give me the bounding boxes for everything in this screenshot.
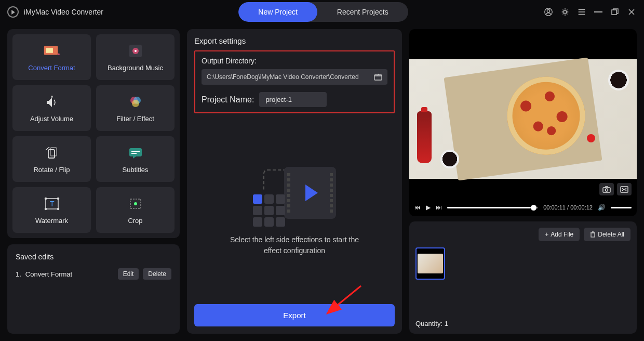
- file-thumbnail[interactable]: [415, 247, 445, 280]
- svg-rect-16: [129, 148, 142, 156]
- watermark-icon: T: [42, 196, 62, 212]
- svg-point-30: [606, 189, 608, 191]
- export-settings-highlight: Output Directory: C:\Users\FoneDog\iMyMa…: [194, 50, 395, 113]
- svg-point-23: [45, 208, 46, 209]
- output-directory-path: C:\Users\FoneDog\iMyMac Video Converter\…: [207, 73, 359, 81]
- project-name-input[interactable]: project-1: [259, 92, 327, 107]
- export-title: Export settings: [194, 36, 395, 45]
- window-controls: [543, 7, 637, 17]
- preview-frame: [409, 59, 637, 179]
- delete-all-button[interactable]: Delete All: [584, 228, 630, 241]
- annotation-arrow-icon: [319, 283, 366, 320]
- svg-rect-32: [591, 233, 595, 237]
- svg-point-26: [134, 202, 137, 205]
- svg-point-22: [57, 198, 59, 199]
- fullscreen-icon[interactable]: [617, 183, 632, 195]
- effect-label: Watermark: [35, 217, 68, 225]
- crop-icon: [126, 196, 145, 212]
- effect-convert-format[interactable]: ✦ Convert Format: [12, 34, 91, 80]
- svg-rect-5: [46, 48, 52, 53]
- svg-point-2: [564, 10, 566, 13]
- effect-label: Filter / Effect: [116, 115, 154, 123]
- quantity-display: Quantity: 1: [415, 320, 630, 327]
- maximize-icon[interactable]: [610, 7, 620, 17]
- saved-edit-number: 1.: [16, 270, 21, 278]
- effect-filter-effect[interactable]: Filter / Effect: [96, 85, 175, 131]
- rotate-flip-icon: [42, 145, 62, 161]
- export-panel: Export settings Output Directory: C:\Use…: [187, 29, 402, 334]
- main-tabs: New Project Recent Projects: [238, 2, 408, 22]
- svg-point-9: [135, 50, 137, 52]
- effect-watermark[interactable]: T Watermark: [12, 187, 91, 233]
- saved-edits-title: Saved edits: [16, 253, 171, 261]
- svg-point-21: [45, 198, 46, 199]
- project-name-label: Project Name:: [202, 95, 254, 104]
- effect-label: Background Music: [108, 64, 163, 72]
- saved-edit-row: 1. Convert Format Edit Delete: [16, 268, 171, 280]
- convert-format-icon: ✦: [42, 43, 62, 59]
- svg-rect-17: [131, 151, 140, 152]
- edit-button[interactable]: Edit: [118, 268, 139, 280]
- playback-controls: ⏮ ▶ ⏭ 00:00:11 / 00:00:12 🔊: [409, 199, 637, 216]
- video-preview: ⏮ ▶ ⏭ 00:00:11 / 00:00:12 🔊: [409, 29, 637, 216]
- svg-point-24: [57, 208, 59, 209]
- helper-text: Select the left side effections to start…: [230, 234, 359, 256]
- svg-text:T: T: [50, 200, 55, 208]
- svg-point-1: [547, 10, 549, 12]
- app-title: iMyMac Video Converter: [24, 8, 103, 16]
- app-logo-icon: [7, 6, 19, 18]
- effect-crop[interactable]: Crop: [96, 187, 175, 233]
- browse-folder-icon[interactable]: [374, 73, 382, 81]
- effect-background-music[interactable]: Background Music: [96, 34, 175, 80]
- output-directory-label: Output Directory:: [202, 57, 387, 65]
- titlebar: iMyMac Video Converter New Project Recen…: [0, 0, 644, 24]
- volume-icon[interactable]: 🔊: [598, 204, 606, 211]
- timeline-slider[interactable]: [447, 207, 538, 208]
- tab-recent-projects[interactable]: Recent Projects: [317, 2, 408, 22]
- background-music-icon: [126, 43, 145, 59]
- saved-edits-panel: Saved edits 1. Convert Format Edit Delet…: [7, 244, 180, 334]
- effects-panel: ✦ Convert Format Background Music Adjust…: [7, 29, 180, 238]
- effect-subtitles[interactable]: Subtitles: [96, 136, 175, 182]
- snapshot-icon[interactable]: [599, 183, 614, 195]
- output-directory-input[interactable]: C:\Users\FoneDog\iMyMac Video Converter\…: [202, 69, 387, 85]
- settings-icon[interactable]: [560, 7, 570, 17]
- placeholder-graphic: [253, 162, 336, 224]
- prev-button[interactable]: ⏮: [414, 204, 421, 211]
- svg-rect-3: [612, 10, 616, 15]
- account-icon[interactable]: [543, 7, 554, 17]
- subtitles-icon: [126, 145, 145, 161]
- svg-point-10: [51, 96, 53, 98]
- time-display: 00:00:11 / 00:00:12: [543, 204, 593, 211]
- svg-rect-18: [131, 153, 137, 154]
- close-icon[interactable]: [626, 7, 637, 17]
- filter-effect-icon: [126, 94, 145, 110]
- play-button[interactable]: ▶: [426, 204, 431, 211]
- adjust-volume-icon: [42, 94, 62, 110]
- next-button[interactable]: ⏭: [436, 204, 442, 211]
- svg-point-13: [132, 100, 139, 107]
- svg-line-28: [327, 286, 361, 313]
- saved-edit-name: Convert Format: [25, 270, 114, 278]
- effect-rotate-flip[interactable]: Rotate / Flip: [12, 136, 91, 182]
- delete-button[interactable]: Delete: [143, 268, 171, 280]
- add-file-button[interactable]: +Add File: [539, 228, 580, 241]
- svg-text:✦: ✦: [57, 52, 60, 57]
- minimize-icon[interactable]: [593, 7, 603, 17]
- svg-rect-15: [50, 148, 57, 156]
- menu-icon[interactable]: [576, 7, 587, 17]
- tab-new-project[interactable]: New Project: [238, 2, 317, 22]
- effect-label: Adjust Volume: [30, 115, 73, 123]
- effect-label: Subtitles: [123, 166, 149, 174]
- effect-label: Convert Format: [28, 64, 75, 72]
- effect-label: Rotate / Flip: [33, 166, 70, 174]
- effect-label: Crop: [128, 217, 142, 225]
- effect-adjust-volume[interactable]: Adjust Volume: [12, 85, 91, 131]
- svg-rect-14: [48, 150, 55, 158]
- files-panel: +Add File Delete All Quantity: 1: [409, 221, 637, 334]
- volume-slider[interactable]: [611, 207, 632, 208]
